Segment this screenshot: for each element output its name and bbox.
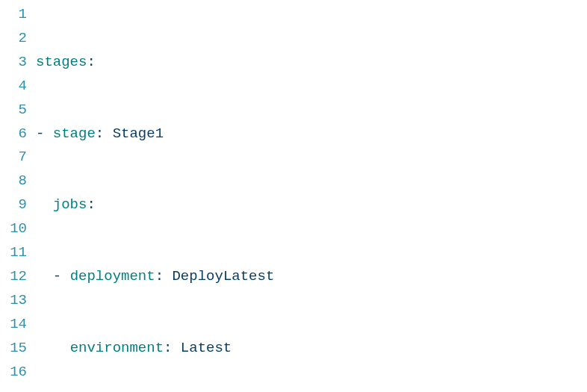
line-number: 15 [0,337,27,361]
yaml-colon: : [155,268,173,284]
code-line: jobs: [36,193,587,217]
yaml-colon: : [87,54,95,70]
line-number: 6 [0,122,27,146]
yaml-key: stage [53,125,96,142]
line-number: 14 [0,313,27,337]
yaml-value: Stage1 [113,125,164,142]
line-number: 5 [0,99,27,122]
yaml-colon: : [164,340,181,356]
line-number: 16 [0,361,27,385]
yaml-key: jobs [53,196,87,213]
yaml-key: environment [70,340,164,356]
line-number: 10 [0,217,27,241]
line-number: 7 [0,146,27,169]
code-content[interactable]: stages: - stage: Stage1 jobs: - deployme… [36,3,587,392]
line-number: 8 [0,169,27,193]
yaml-dash: - [53,268,70,284]
line-number: 2 [0,27,27,51]
code-line: - stage: Stage1 [36,122,587,146]
indent-guide [53,340,70,356]
yaml-value: Latest [181,340,232,356]
line-number: 12 [0,265,27,289]
code-line: environment: Latest [36,337,587,361]
line-number: 3 [0,51,27,75]
indent-guide [36,268,53,284]
code-line: stages: [36,51,587,75]
line-number: 13 [0,289,27,313]
line-number: 11 [0,241,27,265]
code-line: - deployment: DeployLatest [36,265,587,289]
indent-guide [36,340,53,356]
line-number: 1 [0,3,27,27]
yaml-colon: : [87,196,95,213]
line-number: 9 [0,193,27,217]
indent-guide [36,196,53,213]
code-editor: 1 2 3 4 5 6 7 8 9 10 11 12 13 14 15 16 s… [0,3,587,392]
yaml-dash: - [36,125,53,142]
yaml-key: stages [36,54,87,70]
yaml-colon: : [96,125,113,142]
line-number: 4 [0,75,27,99]
yaml-value: DeployLatest [172,268,274,284]
line-number-gutter: 1 2 3 4 5 6 7 8 9 10 11 12 13 14 15 16 [0,3,36,392]
yaml-key: deployment [70,268,155,284]
